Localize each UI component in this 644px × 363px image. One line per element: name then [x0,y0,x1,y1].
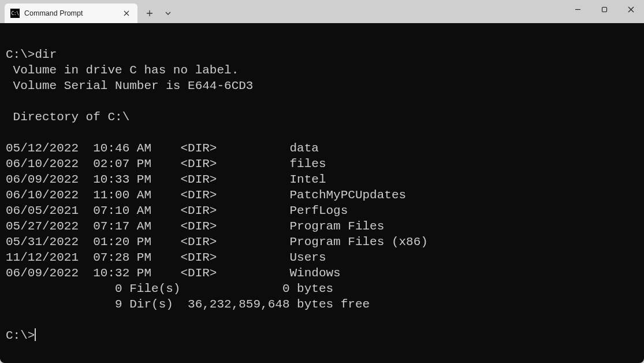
volume-line: Volume in drive C has no label. [6,64,239,77]
command-text: dir [35,48,57,61]
directory-listing: 05/12/2022 10:46 AM <DIR> data 06/10/202… [6,140,638,281]
serial-line: Volume Serial Number is E644-6CD3 [6,79,253,92]
terminal-output[interactable]: C:\>dir Volume in drive C has no label. … [0,23,644,363]
svg-rect-0 [602,7,606,12]
directory-of-line: Directory of C:\ [6,110,129,124]
cursor [35,328,36,341]
cmd-icon: C:\ [10,9,20,18]
summary-files: 0 File(s) 0 bytes [6,282,333,295]
minimize-button[interactable] [564,0,591,18]
close-icon [124,10,129,16]
tab-close-button[interactable] [121,8,132,18]
close-icon [628,6,634,13]
maximize-button[interactable] [591,0,617,18]
tab-controls [141,3,177,23]
window-controls [564,0,644,23]
minimize-icon [575,6,581,13]
chevron-down-icon [165,10,171,16]
window-close-button[interactable] [617,0,644,18]
prompt: C:\> [6,329,35,342]
tab-command-prompt[interactable]: C:\ Command Prompt [5,3,137,23]
titlebar: C:\ Command Prompt [0,0,644,23]
new-tab-button[interactable] [141,5,158,21]
tab-title: Command Prompt [24,9,117,17]
maximize-icon [601,6,608,13]
plus-icon [146,10,153,17]
summary-dirs: 9 Dir(s) 36,232,859,648 bytes free [6,298,370,311]
prompt: C:\> [6,48,35,61]
tab-dropdown-button[interactable] [159,5,177,21]
